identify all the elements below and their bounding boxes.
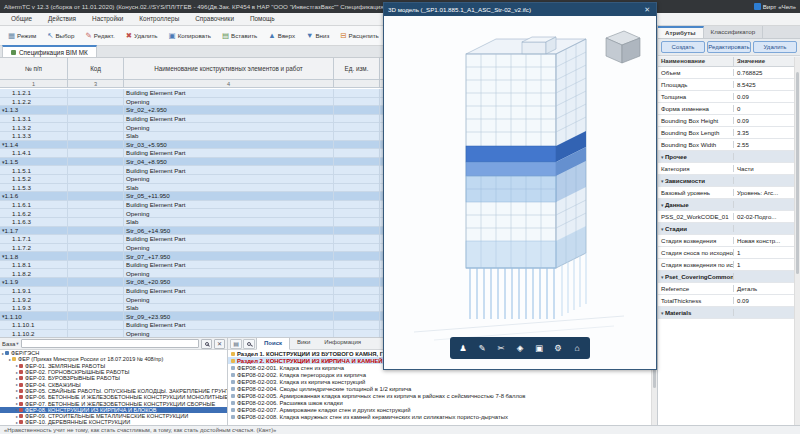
panel-tab[interactable]: Поиск [256, 337, 290, 350]
norm-list-item[interactable]: ФЕР08-02-008. Кладка наружных стен из ка… [228, 413, 657, 420]
norm-list-item[interactable]: ФЕР08-02-002. Кладка перегородок из кирп… [228, 371, 657, 378]
property-row[interactable]: Reference Деталь [658, 283, 794, 295]
property-row[interactable]: PSS_02_WorkCODE_01 02-02-Подго... [658, 211, 794, 223]
norm-item-icon [231, 366, 235, 370]
norm-item-icon [231, 359, 235, 363]
menu-item[interactable]: Общие [3, 13, 40, 25]
toolbar-button-icon: ⊟ [340, 32, 346, 40]
toolbar-button-icon: ▣ [169, 32, 176, 40]
settings-icon[interactable]: ⚙ [550, 340, 566, 356]
measure-icon[interactable]: ✎ [474, 340, 490, 356]
building-model[interactable] [384, 16, 656, 356]
close-icon[interactable]: ✕ [642, 6, 652, 14]
tree-item[interactable]: ▸ ФЕР-05. СВАЙНЫЕ РАБОТЫ. ОПУСКНЫЕ КОЛОД… [0, 388, 227, 394]
property-row[interactable]: Bounding Box Length 3.35 [658, 127, 794, 139]
3d-window-title-bar[interactable]: 3D модель (_SP1.01.885.1_A1_ASC_Str-02_v… [384, 3, 656, 16]
tree-item[interactable]: ▸ ФЕР-07. БЕТОННЫЕ И ЖЕЛЕЗОБЕТОННЫЕ КОНС… [0, 400, 227, 406]
toolbar-button-icon: ▲ [268, 32, 275, 40]
move-up-button[interactable]: ▲ Вверх [263, 29, 300, 43]
paste-button[interactable]: ▤ Вставить [217, 29, 262, 43]
panel-tab[interactable]: Классификатор [704, 26, 764, 38]
property-row[interactable]: TotalThickness 0.09 [658, 295, 794, 307]
3d-viewport[interactable] [384, 16, 656, 369]
tree-item-icon [19, 376, 23, 380]
section-icon[interactable]: ✂ [493, 340, 509, 356]
norm-list-item[interactable]: ФЕР08-02-003. Кладка из кирпича конструк… [228, 378, 657, 385]
user-badge[interactable]: Вирт «Чел» [754, 3, 796, 10]
base-search-input[interactable] [21, 339, 199, 348]
menu-item[interactable]: Действия [40, 13, 84, 25]
norm-list-item[interactable]: ФЕР08-02-006. Расшивка швов кладки [228, 399, 657, 406]
panel-tab[interactable]: Вики [290, 337, 317, 350]
navigation-cube[interactable] [606, 31, 640, 63]
tree-caret-icon: ▸ [16, 395, 18, 400]
tab-specification-bim[interactable]: Спецификация BIM МК [2, 45, 97, 57]
property-row[interactable]: Стадии [658, 223, 794, 235]
column-header-unit[interactable]: Ед. изм. [334, 58, 380, 79]
search-icon [205, 342, 209, 346]
column-header-code[interactable]: Код [68, 58, 124, 79]
property-row[interactable]: Стадия возведения по исходному 1 [658, 259, 794, 271]
norm-list-item[interactable]: ФЕР08-02-005. Армированная кладка кирпич… [228, 392, 657, 399]
base-selector[interactable]: База ▾ [2, 341, 19, 347]
menu-item[interactable]: Справочники [187, 13, 242, 25]
property-row[interactable]: Pset_CoveringCommon [658, 271, 794, 283]
panel-tab[interactable]: Атрибуты [658, 26, 704, 38]
property-row[interactable]: Стадия сноса по исходному 1 [658, 247, 794, 259]
copy-button[interactable]: ▣ Копировать [164, 29, 216, 43]
save-view-icon[interactable]: ▣ [531, 340, 547, 356]
tree-caret-icon: ▸ [9, 357, 11, 362]
walk-mode-icon[interactable]: ♟ [455, 340, 471, 356]
property-row[interactable]: Bounding Box Width 2.55 [658, 139, 794, 151]
property-row[interactable]: Толщина 0.09 [658, 91, 794, 103]
panel-action-button[interactable]: Создать [661, 41, 705, 53]
panel-action-button[interactable]: Редактировать [707, 41, 751, 53]
tree-caret-icon: ▸ [16, 363, 18, 368]
user-icon [754, 3, 761, 10]
norm-item-icon [231, 415, 235, 419]
select-button[interactable]: ↖ Выбор [42, 29, 79, 43]
tree-view-button[interactable]: ▤ [230, 339, 242, 349]
property-row[interactable]: Форма изменена 0 [658, 103, 794, 115]
column-header-num[interactable]: № п/п [0, 58, 68, 79]
norm-item-icon [231, 352, 235, 356]
menu-item[interactable]: Помощь [242, 13, 283, 25]
base-search-row: База ▾ ✕ [0, 338, 227, 350]
tree-item[interactable]: ▸ ФЕР-06. БЕТОННЫЕ И ЖЕЛЕЗОБЕТОННЫЕ КОНС… [0, 394, 227, 400]
property-row[interactable]: Стадия возведения Новая констр... [658, 235, 794, 247]
detach-button[interactable]: ⊟ Расцепить [335, 29, 384, 43]
spec-tab-icon [11, 50, 16, 55]
property-row[interactable]: Площадь 8.5425 [658, 79, 794, 91]
move-down-button[interactable]: ▼ Вниз [301, 29, 334, 43]
menu-item[interactable]: Настройки [84, 13, 131, 25]
property-row[interactable]: Базовый уровень Уровень: Arc... [658, 187, 794, 199]
status-quote: «Нравственность учит не тому, как стать … [4, 427, 276, 433]
menu-item[interactable]: Контроллеры [131, 13, 187, 25]
property-row[interactable]: Объем 0.768825 [658, 67, 794, 79]
property-row[interactable]: Категория Части [658, 163, 794, 175]
property-row[interactable]: Прочее [658, 151, 794, 163]
panel-tab[interactable]: Информация [317, 337, 368, 350]
clear-search-button[interactable]: ✕ [214, 339, 225, 349]
tree-caret-icon: ▸ [2, 351, 4, 356]
view-mode-icon[interactable]: ◈ [512, 340, 528, 356]
3d-model-window[interactable]: 3D модель (_SP1.01.885.1_A1_ASC_Str-02_v… [383, 2, 657, 370]
properties-scrollbar[interactable] [794, 57, 800, 425]
home-view-icon[interactable]: ⌂ [569, 340, 585, 356]
property-row[interactable]: Bounding Box Height 0.09 [658, 115, 794, 127]
property-row[interactable]: Данные [658, 199, 794, 211]
norm-list-item[interactable]: ФЕР08-02-004. Своды цилиндрические толщи… [228, 385, 657, 392]
property-row[interactable]: Materials [658, 307, 794, 319]
search-button[interactable] [201, 339, 212, 349]
find-button[interactable] [243, 339, 255, 349]
tree-caret-icon: ▸ [16, 401, 18, 406]
norm-list-item[interactable]: ФЕР08-02-007. Армирование кладки стен и … [228, 406, 657, 413]
panel-action-button[interactable]: Удалить [753, 41, 797, 53]
chevron-down-icon: ▾ [16, 341, 18, 346]
mode-button[interactable]: ▦ Режим [3, 29, 41, 43]
tree-caret-icon: ▸ [16, 370, 18, 375]
edit-button[interactable]: ✎ Редакт. [80, 29, 119, 43]
property-row[interactable]: Зависимости [658, 175, 794, 187]
delete-button[interactable]: ✖ Удалить [121, 29, 163, 43]
column-header-name[interactable]: Наименование конструктивных элементов и … [124, 58, 334, 79]
